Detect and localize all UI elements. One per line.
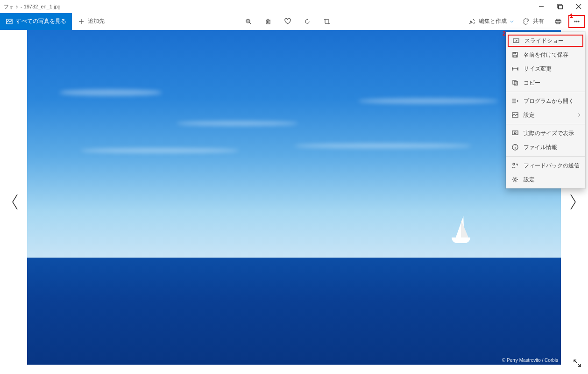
- cloud: [358, 98, 498, 104]
- menu-label: 設定: [524, 176, 535, 184]
- svg-point-50: [513, 163, 515, 165]
- menu-label: 設定: [524, 111, 535, 119]
- image-stage: © Perry Mastrovito / Corbis: [0, 30, 588, 374]
- svg-point-49: [515, 145, 515, 146]
- cloud: [177, 121, 298, 126]
- menu-item-settings[interactable]: 設定: [506, 173, 585, 187]
- rotate-button[interactable]: [298, 13, 317, 30]
- add-to-label: 追加先: [88, 17, 105, 25]
- menu-label: サイズ変更: [524, 65, 552, 73]
- menu-item-actual-size[interactable]: 実際のサイズで表示: [506, 126, 585, 140]
- svg-line-31: [578, 364, 581, 367]
- photo-content: © Perry Mastrovito / Corbis: [27, 30, 561, 365]
- svg-line-22: [473, 19, 475, 21]
- svg-point-29: [578, 21, 579, 22]
- svg-rect-32: [513, 39, 519, 43]
- add-to-button[interactable]: 追加先: [72, 13, 110, 30]
- photo-credit: © Perry Mastrovito / Corbis: [502, 358, 558, 363]
- svg-rect-45: [512, 131, 518, 135]
- menu-item-open-with[interactable]: プログラムから開く: [506, 94, 585, 108]
- callout-1: 1: [570, 12, 573, 19]
- menu-label: フィードバックの送信: [524, 162, 580, 170]
- photo-sea: [27, 258, 561, 365]
- previous-photo-button[interactable]: [6, 188, 24, 216]
- menu-separator: [506, 124, 585, 124]
- minimize-button[interactable]: [532, 0, 551, 13]
- favorite-button[interactable]: [278, 13, 297, 30]
- menu-item-resize[interactable]: サイズ変更: [506, 62, 585, 76]
- title-bar: フォト - 19732_en_1.jpg: [0, 0, 588, 13]
- svg-rect-2: [559, 5, 562, 9]
- menu-label: プログラムから開く: [524, 97, 574, 105]
- svg-rect-34: [514, 52, 516, 54]
- toolbar: すべての写真を見る 追加先 編集と作成 共有: [0, 13, 588, 30]
- see-all-photos-button[interactable]: すべての写真を見る: [0, 13, 72, 30]
- next-photo-button[interactable]: [564, 188, 582, 216]
- maximize-button[interactable]: [551, 0, 569, 13]
- window-title: フォト - 19732_en_1.jpg: [4, 3, 61, 10]
- svg-line-10: [249, 22, 251, 24]
- svg-point-28: [576, 21, 577, 22]
- print-button[interactable]: [549, 13, 567, 30]
- menu-separator: [506, 156, 585, 157]
- zoom-button[interactable]: [239, 13, 258, 30]
- cloud: [59, 89, 162, 96]
- menu-item-send-feedback[interactable]: フィードバックの送信: [506, 158, 585, 173]
- menu-item-file-info[interactable]: ファイル情報: [506, 140, 585, 154]
- window-controls: [532, 0, 588, 13]
- photo-sky: [27, 30, 561, 258]
- cloud: [80, 148, 239, 153]
- menu-label: 名前を付けて保存: [524, 51, 568, 59]
- svg-rect-35: [514, 55, 517, 57]
- share-button[interactable]: 共有: [519, 13, 548, 30]
- edit-create-button[interactable]: 編集と作成: [465, 13, 518, 30]
- menu-label: コピー: [524, 79, 540, 87]
- fullscreen-button[interactable]: [573, 359, 581, 369]
- menu-item-save-as[interactable]: 名前を付けて保存: [506, 48, 585, 62]
- menu-item-set-as[interactable]: 設定: [506, 108, 585, 122]
- see-all-label: すべての写真を見る: [16, 17, 66, 25]
- share-label: 共有: [533, 17, 544, 25]
- edit-create-label: 編集と作成: [479, 17, 507, 25]
- svg-point-27: [574, 21, 575, 22]
- svg-line-23: [474, 22, 475, 24]
- cloud: [294, 144, 472, 148]
- more-options-menu: スライドショー 名前を付けて保存 サイズ変更 コピー プログラムから開く 設定 …: [506, 32, 585, 188]
- toolbar-center: [239, 13, 336, 30]
- menu-label: スライドショー: [524, 37, 564, 45]
- svg-line-30: [574, 360, 577, 363]
- menu-item-slideshow[interactable]: スライドショー: [508, 35, 583, 47]
- menu-item-copy[interactable]: コピー: [506, 76, 585, 90]
- svg-point-51: [514, 179, 516, 180]
- crop-button[interactable]: [318, 13, 336, 30]
- svg-rect-13: [266, 20, 270, 24]
- delete-button[interactable]: [259, 13, 277, 30]
- close-button[interactable]: [569, 0, 588, 13]
- menu-separator: [506, 92, 585, 92]
- svg-point-46: [514, 132, 516, 134]
- callout-2: 2: [503, 30, 506, 37]
- menu-label: 実際のサイズで表示: [524, 129, 574, 137]
- menu-label: ファイル情報: [524, 144, 557, 151]
- photo-boat: [452, 237, 470, 243]
